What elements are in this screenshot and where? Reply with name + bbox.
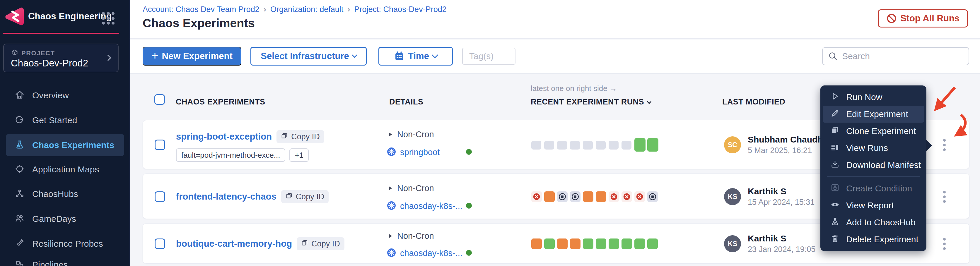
- run-status-interrupted[interactable]: [544, 192, 555, 202]
- run-status-success[interactable]: [609, 239, 619, 249]
- run-status-stopped[interactable]: [647, 192, 658, 202]
- menu-item-label: View Runs: [846, 143, 888, 153]
- sidebar-item-overview[interactable]: Overview: [6, 84, 124, 106]
- infrastructure-link[interactable]: chaosday-k8s-...: [400, 249, 463, 258]
- run-status-interrupted[interactable]: [570, 239, 581, 249]
- breadcrumb-link[interactable]: Project: Chaos-Dev-Prod2: [355, 5, 447, 14]
- menu-item-add-to-chaoshub[interactable]: Add to ChaosHub: [823, 214, 924, 231]
- run-status-none[interactable]: [622, 141, 632, 150]
- sidebar-item-label: ChaosHubs: [32, 189, 78, 199]
- kubernetes-icon: [387, 147, 396, 157]
- experiment-tag[interactable]: fault=pod-jvm-method-exce...: [176, 148, 285, 162]
- expand-play-icon[interactable]: [387, 233, 393, 239]
- run-status-failed[interactable]: [609, 192, 619, 202]
- run-status-stopped[interactable]: [557, 192, 568, 202]
- target-icon: [14, 164, 25, 175]
- run-status-success[interactable]: [596, 239, 606, 249]
- breadcrumb-link[interactable]: Organization: default: [270, 5, 343, 14]
- time-filter-dropdown[interactable]: Time: [379, 47, 453, 65]
- sidebar-item-label: Application Maps: [32, 165, 99, 174]
- plus-icon: +: [151, 49, 158, 62]
- menu-item-download-manifest[interactable]: Download Manifest: [823, 157, 924, 174]
- project-selector[interactable]: PROJECT Chaos-Dev-Prod2: [3, 44, 119, 72]
- sidebar-item-application-maps[interactable]: Application Maps: [6, 158, 124, 180]
- row-checkbox[interactable]: [154, 192, 165, 202]
- run-status-interrupted[interactable]: [557, 239, 568, 249]
- row-checkbox[interactable]: [154, 239, 165, 249]
- run-status-none[interactable]: [609, 141, 619, 150]
- project-name: Chaos-Dev-Prod2: [11, 58, 88, 69]
- sidebar-item-gamedays[interactable]: GameDays: [6, 208, 124, 230]
- run-status-failed[interactable]: [622, 192, 632, 202]
- column-header-recent-runs[interactable]: RECENT EXPERIMENT RUNS: [531, 97, 651, 106]
- run-status-none[interactable]: [544, 141, 554, 150]
- run-status-interrupted[interactable]: [583, 192, 593, 202]
- copy-id-button[interactable]: Copy ID: [297, 238, 344, 250]
- menu-item-label: Add to ChaosHub: [846, 217, 916, 227]
- breadcrumb-separator: ›: [264, 5, 266, 14]
- row-options-kebab-button[interactable]: [937, 137, 951, 153]
- menu-item-edit-experiment[interactable]: Edit Experiment: [823, 106, 924, 123]
- menu-item-view-runs[interactable]: View Runs: [823, 139, 924, 157]
- menu-item-delete-experiment[interactable]: Delete Experiment: [823, 231, 924, 248]
- infrastructure-link[interactable]: chaosday-k8s-...: [400, 201, 463, 211]
- menu-item-run-now[interactable]: Run Now: [823, 89, 924, 106]
- search-input[interactable]: [842, 51, 963, 61]
- run-status-success[interactable]: [647, 138, 659, 152]
- row-options-kebab-button[interactable]: [937, 236, 951, 252]
- menu-item-clone-experiment[interactable]: Clone Experiment: [823, 123, 924, 139]
- pencil-icon: [830, 109, 840, 120]
- run-status-success[interactable]: [622, 239, 632, 249]
- run-status-success[interactable]: [583, 239, 593, 249]
- run-status-success[interactable]: [635, 138, 646, 152]
- run-status-interrupted[interactable]: [531, 239, 542, 249]
- copy-id-button[interactable]: Copy ID: [281, 190, 329, 203]
- run-status-none[interactable]: [570, 141, 580, 150]
- experiment-name-link[interactable]: spring-boot-exception: [176, 131, 272, 142]
- modified-date: 5 Mar 2025, 16:21: [748, 146, 812, 155]
- run-status-failed[interactable]: [635, 192, 645, 202]
- chevron-down-icon: [352, 52, 357, 58]
- run-status-success[interactable]: [544, 239, 555, 249]
- sidebar-item-resilience-probes[interactable]: Resilience Probes: [6, 233, 124, 255]
- infrastructure-active-dot: [466, 250, 472, 256]
- modified-by: Karthik S: [748, 234, 786, 244]
- copy-id-label: Copy ID: [311, 239, 340, 249]
- stop-all-runs-button[interactable]: Stop All Runs: [878, 10, 968, 27]
- sidebar-item-chaos-experiments[interactable]: Chaos Experiments: [6, 134, 124, 156]
- menu-item-view-report[interactable]: View Report: [823, 197, 924, 214]
- experiment-tag[interactable]: +1: [290, 148, 309, 162]
- play-icon: [830, 92, 840, 103]
- row-options-kebab-button[interactable]: [937, 189, 951, 204]
- sidebar-item-get-started[interactable]: Get Started: [6, 109, 124, 131]
- experiment-name-link[interactable]: boutique-cart-memory-hog: [176, 239, 292, 249]
- row-checkbox[interactable]: [154, 139, 165, 150]
- module-grid-icon[interactable]: [102, 12, 115, 25]
- select-all-checkbox[interactable]: [154, 94, 165, 105]
- arrow-to-edit-experiment: [936, 87, 955, 109]
- expand-play-icon[interactable]: [387, 131, 393, 138]
- select-infrastructure-dropdown[interactable]: Select Infrastructure: [250, 47, 367, 65]
- breadcrumb-link[interactable]: Account: Chaos Dev Team Prod2: [143, 5, 259, 14]
- run-status-none[interactable]: [596, 141, 606, 150]
- tags-filter-input[interactable]: [462, 48, 515, 65]
- run-status-stopped[interactable]: [570, 192, 581, 202]
- run-status-none[interactable]: [531, 141, 541, 150]
- new-experiment-button[interactable]: + New Experiment: [143, 47, 241, 65]
- sidebar-item-chaoshubs[interactable]: ChaosHubs: [6, 183, 124, 205]
- sidebar-item-label: Overview: [32, 90, 69, 100]
- run-status-interrupted[interactable]: [596, 192, 606, 202]
- chaos-engineering-logo-icon: [5, 7, 25, 26]
- sidebar-header: Chaos Engineering: [0, 0, 130, 33]
- sidebar-item-pipelines[interactable]: Pipelines: [6, 254, 124, 266]
- page-title: Chaos Experiments: [143, 16, 255, 30]
- run-status-failed[interactable]: [531, 192, 542, 202]
- run-status-success[interactable]: [647, 239, 658, 249]
- run-status-none[interactable]: [583, 141, 593, 150]
- expand-play-icon[interactable]: [387, 185, 393, 192]
- run-status-none[interactable]: [557, 141, 567, 150]
- infrastructure-link[interactable]: springboot: [400, 147, 440, 157]
- experiment-name-link[interactable]: frontend-latency-chaos: [176, 192, 277, 202]
- run-status-success[interactable]: [635, 239, 645, 249]
- copy-id-button[interactable]: Copy ID: [277, 130, 324, 143]
